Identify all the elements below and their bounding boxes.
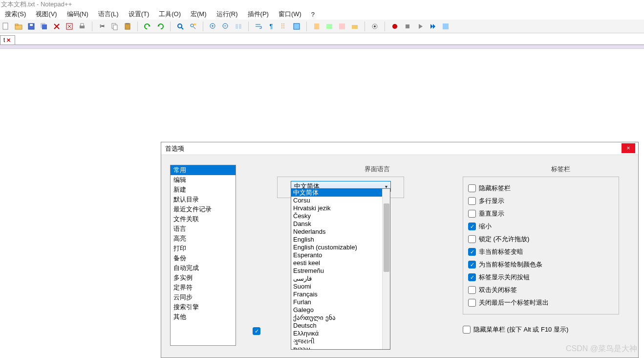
replace-icon[interactable] <box>188 22 198 31</box>
menu-item[interactable]: 语言(L) <box>93 9 124 20</box>
menu-item[interactable]: 搜索(S) <box>0 9 31 20</box>
category-list[interactable]: 常用编辑新建默认目录最近文件记录文件关联语言高亮打印备份自动完成多实例定界符云同… <box>170 165 236 346</box>
language-option[interactable]: eesti keel <box>291 259 382 267</box>
language-option[interactable]: Hrvatski jezik <box>291 204 382 212</box>
category-item[interactable]: 编辑 <box>171 175 236 185</box>
language-option[interactable]: 中文简体 <box>291 189 382 197</box>
category-item[interactable]: 备份 <box>171 253 236 263</box>
paste-icon[interactable] <box>123 22 132 31</box>
zoom-in-icon[interactable] <box>208 22 218 31</box>
scrollbar-thumb[interactable] <box>384 203 389 272</box>
function-list-icon[interactable] <box>337 22 347 31</box>
new-file-icon[interactable] <box>1 22 11 31</box>
record-macro-icon[interactable] <box>390 22 400 31</box>
language-option[interactable]: ગુજરાતી <box>291 337 382 345</box>
dialog-close-button[interactable]: × <box>622 143 635 153</box>
doc-list-icon[interactable] <box>324 22 334 31</box>
close-icon[interactable] <box>52 22 62 31</box>
language-option[interactable]: Français <box>291 291 382 298</box>
language-option[interactable]: Furlan <box>291 298 382 306</box>
sync-scroll-icon[interactable] <box>234 22 243 31</box>
language-option[interactable]: Estremeñu <box>291 267 382 275</box>
doc-map-icon[interactable] <box>312 22 322 31</box>
category-item[interactable]: 文件关联 <box>171 214 236 224</box>
save-icon[interactable] <box>26 22 36 31</box>
zoom-out-icon[interactable] <box>221 22 231 31</box>
tabbar-option-checkbox[interactable] <box>468 184 476 192</box>
monitor-icon[interactable] <box>370 22 380 31</box>
language-option[interactable]: ქართული ენა <box>291 314 382 322</box>
language-option[interactable]: Deutsch <box>291 322 382 330</box>
show-all-chars-icon[interactable]: ¶ <box>266 22 276 31</box>
close-all-icon[interactable] <box>64 22 74 31</box>
category-item[interactable]: 其他 <box>171 312 236 322</box>
save-macro-icon[interactable] <box>441 22 451 31</box>
tabbar-option-checkbox[interactable] <box>468 299 476 307</box>
redo-icon[interactable] <box>155 22 165 31</box>
wordwrap-icon[interactable] <box>254 22 263 31</box>
print-icon[interactable] <box>77 22 87 31</box>
menu-item[interactable]: 设置(T) <box>124 9 154 20</box>
play-macro-icon[interactable] <box>415 22 425 31</box>
file-tab[interactable]: t ✕ <box>0 35 15 45</box>
find-icon[interactable] <box>175 22 185 31</box>
language-option[interactable]: Suomi <box>291 283 382 291</box>
language-option[interactable]: Galego <box>291 306 382 314</box>
undo-icon[interactable] <box>143 22 152 31</box>
save-all-icon[interactable] <box>39 22 49 31</box>
category-item[interactable]: 默认目录 <box>171 195 236 204</box>
open-folder-icon[interactable] <box>14 22 23 31</box>
category-item[interactable]: 语言 <box>171 224 236 234</box>
copy-icon[interactable] <box>110 22 120 31</box>
svg-rect-15 <box>113 25 117 30</box>
tabbar-option-checkbox[interactable] <box>468 210 476 218</box>
language-option[interactable]: Ελληνικά <box>291 330 382 337</box>
language-option[interactable]: Česky <box>291 212 382 220</box>
menu-item[interactable]: 视图(V) <box>31 9 62 20</box>
menu-item[interactable]: ? <box>306 10 320 19</box>
category-item[interactable]: 定界符 <box>171 283 236 292</box>
category-item[interactable]: 最近文件记录 <box>171 204 236 214</box>
category-item[interactable]: 新建 <box>171 185 236 195</box>
play-multi-icon[interactable] <box>428 22 438 31</box>
menu-item[interactable]: 工具(O) <box>154 9 186 20</box>
language-option[interactable]: English (customizable) <box>291 244 382 251</box>
menu-item[interactable]: 窗口(W) <box>274 9 306 20</box>
tabbar-option-checkbox[interactable] <box>468 286 476 294</box>
category-item[interactable]: 自动完成 <box>171 263 236 273</box>
tabbar-option-checkbox[interactable]: ✓ <box>468 248 476 256</box>
tabbar-option-checkbox[interactable]: ✓ <box>468 223 476 230</box>
stop-macro-icon[interactable] <box>403 22 412 31</box>
category-item[interactable]: 云同步 <box>171 292 236 302</box>
tabbar-option-checkbox[interactable] <box>468 235 476 243</box>
tabbar-option-checkbox[interactable] <box>468 197 476 205</box>
hidden-toolbar-checkbox[interactable]: ✓ <box>253 327 260 335</box>
tabbar-option-checkbox[interactable]: ✓ <box>468 261 476 268</box>
folder-workspace-icon[interactable] <box>350 22 360 31</box>
hide-menubar-checkbox[interactable] <box>463 326 471 334</box>
category-item[interactable]: 打印 <box>171 244 236 253</box>
menu-item[interactable]: 运行(R) <box>212 9 243 20</box>
cut-icon[interactable]: ✂ <box>97 22 107 31</box>
category-item[interactable]: 多实例 <box>171 273 236 283</box>
language-option[interactable]: Dansk <box>291 220 382 228</box>
indent-guide-icon[interactable] <box>279 22 289 31</box>
menu-item[interactable]: 宏(M) <box>186 9 212 20</box>
tabbar-option-checkbox[interactable]: ✓ <box>468 273 476 281</box>
tab-close-icon[interactable]: ✕ <box>6 37 11 44</box>
dropdown-scrollbar[interactable] <box>382 189 390 349</box>
category-item[interactable]: 高亮 <box>171 234 236 244</box>
language-option[interactable]: Nederlands <box>291 228 382 236</box>
lang-icon[interactable] <box>292 22 301 31</box>
language-option[interactable]: Corsu <box>291 197 382 204</box>
language-option[interactable]: فارسی <box>291 275 382 283</box>
svg-marker-42 <box>419 24 423 29</box>
category-item[interactable]: 常用 <box>171 165 236 175</box>
menu-item[interactable]: 编码(N) <box>62 9 93 20</box>
language-option[interactable]: Esperanto <box>291 251 382 259</box>
menu-item[interactable]: 插件(P) <box>243 9 274 20</box>
language-option[interactable]: עברית <box>291 345 382 349</box>
language-dropdown-list[interactable]: 中文简体CorsuHrvatski jezikČeskyDanskNederla… <box>291 188 390 350</box>
language-option[interactable]: English <box>291 236 382 244</box>
category-item[interactable]: 搜索引擎 <box>171 302 236 312</box>
